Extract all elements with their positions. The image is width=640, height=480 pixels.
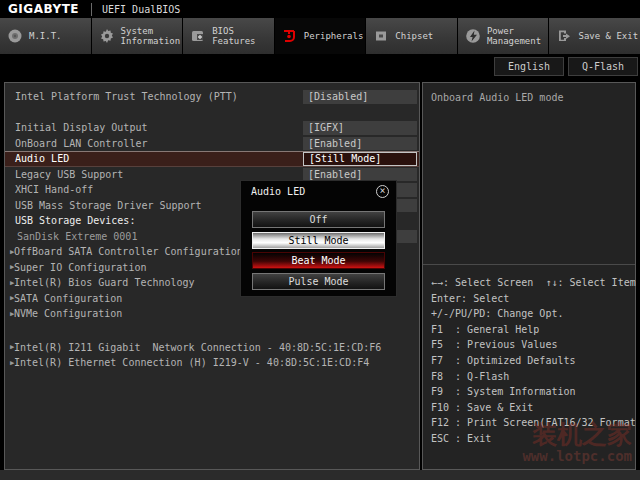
tab-chipset[interactable]: Chipset (366, 18, 457, 54)
setting-value: [Enabled] (303, 137, 417, 151)
submenu-arrow-icon: ▶ (5, 279, 14, 287)
settings-row[interactable]: ▶Intel(R) I211 Gigabit Network Connectio… (5, 340, 419, 356)
submenu-arrow-icon: ▶ (5, 294, 14, 302)
row-spacer (5, 322, 419, 340)
dialog-option-pulse-mode[interactable]: Pulse Mode (252, 273, 385, 290)
help-line: +/-/PU/PD: Change Opt. (431, 306, 635, 322)
bottom-strip (0, 470, 640, 480)
tab-mit[interactable]: M.I.T. (0, 18, 91, 54)
tab-save-exit[interactable]: Save & Exit (549, 18, 640, 54)
qflash-button[interactable]: Q-Flash (568, 57, 638, 76)
tab-bios-features[interactable]: BIOS Features (183, 18, 274, 54)
settings-row[interactable]: Intel Platform Trust Technology (PTT)[Di… (5, 89, 419, 105)
dialog-option-beat-mode[interactable]: Beat Mode (252, 252, 385, 269)
help-line: F5 : Previous Values (431, 337, 635, 353)
setting-label: OnBoard LAN Controller (5, 138, 147, 149)
dialog-title-bar: Audio LED × (241, 181, 396, 201)
setting-description: Onboard Audio LED mode (423, 83, 635, 112)
setting-label: SanDisk Extreme 0001 (5, 231, 137, 242)
tab-label: Power Management (487, 26, 549, 46)
setting-label: Super IO Configuration (14, 262, 146, 273)
setting-label: USB Mass Storage Driver Support (5, 200, 202, 211)
setting-label: Intel Platform Trust Technology (PTT) (5, 91, 238, 102)
settings-row[interactable]: OnBoard LAN Controller[Enabled] (5, 136, 419, 152)
audio-led-dialog: Audio LED × OffStill ModeBeat ModePulse … (240, 180, 397, 297)
setting-value: [IGFX] (303, 121, 417, 135)
setting-label: USB Storage Devices: (5, 215, 135, 226)
help-line: F8 : Q-Flash (431, 369, 635, 385)
help-line: F10 : Save & Exit (431, 400, 635, 416)
help-line: Enter: Select (431, 291, 635, 307)
help-line: ESC : Exit (431, 431, 635, 447)
logo-divider (91, 3, 92, 16)
help-line: ←→: Select Screen ↑↓: Select Item (431, 275, 635, 291)
setting-label: Audio LED (5, 153, 69, 164)
gigabyte-logo: GIGABYTE (0, 2, 79, 16)
dialog-option-off[interactable]: Off (252, 211, 385, 228)
tab-label: M.I.T. (29, 31, 62, 41)
tab-label: Save & Exit (578, 31, 638, 41)
tab-label: Chipset (395, 31, 433, 41)
setting-label: Intel(R) Ethernet Connection (H) I219-V … (14, 357, 369, 368)
setting-label: Intel(R) I211 Gigabit Network Connection… (14, 342, 381, 353)
language-button[interactable]: English (494, 57, 564, 76)
bios-features-icon (190, 28, 206, 44)
setting-label: Initial Display Output (5, 122, 147, 133)
tab-label: System Information (121, 26, 183, 46)
settings-row[interactable]: Audio LED[Still Mode] (5, 151, 419, 167)
tab-power-management[interactable]: Power Management (458, 18, 549, 54)
setting-value: [Disabled] (303, 90, 417, 104)
dialog-options: OffStill ModeBeat ModePulse Mode (241, 201, 396, 290)
tab-label: Peripherals (304, 31, 364, 41)
power-management-icon (465, 28, 481, 44)
help-panel: ←→: Select Screen ↑↓: Select ItemEnter: … (423, 265, 635, 469)
row-spacer (5, 105, 419, 121)
setting-label: Legacy USB Support (5, 169, 123, 180)
close-icon[interactable]: × (376, 185, 389, 198)
setting-label: XHCI Hand-off (5, 184, 93, 195)
system-information-icon (99, 28, 115, 44)
save-exit-icon (556, 28, 572, 44)
mit-icon (7, 28, 23, 44)
dialog-option-still-mode[interactable]: Still Mode (252, 232, 385, 249)
help-line: F1 : General Help (431, 322, 635, 338)
tab-label: BIOS Features (212, 26, 274, 46)
tab-system-information[interactable]: System Information (92, 18, 183, 54)
submenu-arrow-icon: ▶ (5, 310, 14, 318)
setting-label: OffBoard SATA Controller Configuration (14, 246, 243, 257)
submenu-arrow-icon: ▶ (5, 359, 14, 367)
help-line: F9 : System Information (431, 384, 635, 400)
peripherals-icon (282, 28, 298, 44)
tab-bar: M.I.T.System InformationBIOS FeaturesPer… (0, 18, 640, 54)
submenu-arrow-icon: ▶ (5, 343, 14, 351)
setting-label: NVMe Configuration (14, 308, 122, 319)
chipset-icon (373, 28, 389, 44)
help-line: F7 : Optimized Defaults (431, 353, 635, 369)
title-bar: GIGABYTE UEFI DualBIOS (0, 0, 640, 18)
submenu-arrow-icon: ▶ (5, 248, 14, 256)
settings-row[interactable]: ▶Intel(R) Ethernet Connection (H) I219-V… (5, 355, 419, 371)
tab-peripherals[interactable]: Peripherals (275, 18, 366, 54)
settings-row[interactable]: ▶NVMe Configuration (5, 306, 419, 322)
submenu-arrow-icon: ▶ (5, 263, 14, 271)
setting-label: Intel(R) Bios Guard Technology (14, 277, 195, 288)
info-panel: Onboard Audio LED mode ←→: Select Screen… (422, 82, 636, 470)
dialog-title: Audio LED (251, 186, 305, 197)
bios-title: UEFI DualBIOS (102, 4, 180, 15)
setting-value: [Still Mode] (303, 152, 417, 166)
settings-row[interactable]: Initial Display Output[IGFX] (5, 120, 419, 136)
setting-value: [Enabled] (303, 168, 417, 182)
setting-label: SATA Configuration (14, 293, 122, 304)
help-line: F12 : Print Screen(FAT16/32 Format Only) (431, 415, 635, 431)
